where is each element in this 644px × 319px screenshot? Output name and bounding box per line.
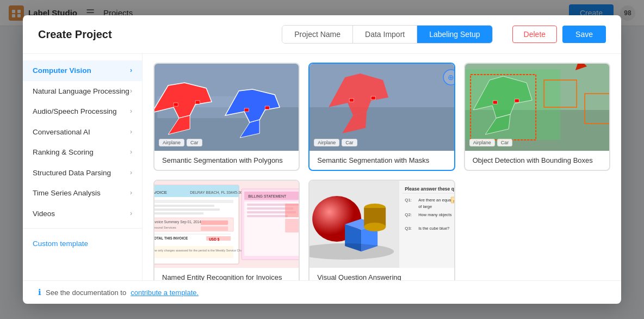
sidebar-label: Structured Data Parsing [33, 168, 111, 178]
template-card-image: INVOICE DELRAY BEACH, FL 33445-3657 Invo… [154, 181, 299, 268]
svg-text:How many objects: How many objects [418, 212, 452, 217]
sidebar-item-videos[interactable]: Videos › [23, 204, 142, 224]
svg-text:Please answer these questions:: Please answer these questions: [405, 186, 454, 192]
modal-header-actions: Delete Save [512, 26, 606, 43]
template-card-title: Semantic Segmentation with Polygons [154, 151, 299, 170]
tab-labeling-setup[interactable]: Labeling Setup [417, 26, 492, 43]
sidebar-item-audio[interactable]: Audio/Speech Processing › [23, 101, 142, 122]
svg-text:⊕: ⊕ [448, 73, 454, 82]
svg-rect-31 [515, 99, 519, 102]
label-tag-airplane: Airplane [469, 139, 495, 146]
svg-text:Q1:: Q1: [405, 198, 412, 203]
svg-rect-48 [201, 226, 228, 231]
template-card-title: Object Detection with Bounding Boxes [465, 151, 609, 170]
chevron-right-icon: › [130, 107, 132, 116]
label-tags: Airplane Car [314, 139, 357, 146]
qa-image: Please answer these questions: Q1: Are t… [309, 181, 454, 268]
label-tag-car: Car [342, 139, 357, 146]
label-tag-car: Car [187, 139, 202, 146]
svg-rect-63 [285, 204, 299, 217]
template-card-image: ⊕ Airplane Car [309, 64, 454, 151]
sidebar-divider [23, 228, 142, 229]
svg-text:TOTAL THIS INVOICE: TOTAL THIS INVOICE [154, 236, 188, 240]
svg-rect-41 [154, 205, 214, 207]
sidebar-item-structured[interactable]: Structured Data Parsing › [23, 163, 142, 183]
obj-detection-image [465, 64, 609, 151]
sidebar-item-nlp[interactable]: Natural Language Processing › [23, 81, 142, 102]
svg-text:BILLING STATEMENT: BILLING STATEMENT [248, 194, 287, 198]
create-project-modal: Create Project Project Name Data Import … [23, 15, 621, 304]
sidebar-label: Time Series Analysis [33, 188, 101, 198]
save-button[interactable]: Save [562, 26, 606, 43]
invoice-image: INVOICE DELRAY BEACH, FL 33445-3657 Invo… [154, 181, 299, 268]
sidebar-label: Computer Vision [33, 66, 91, 76]
svg-text:Is the cube blue?: Is the cube blue? [418, 226, 449, 231]
svg-rect-64 [285, 219, 299, 232]
svg-text:Q3:: Q3: [405, 226, 412, 231]
svg-text:of large: of large [418, 204, 432, 209]
sidebar-label: Audio/Speech Processing [33, 107, 117, 116]
template-card-title: Visual Question Answering [309, 268, 454, 280]
modal-overlay: Create Project Project Name Data Import … [0, 0, 644, 319]
svg-rect-22 [349, 99, 354, 102]
svg-text:USD $: USD $ [209, 237, 220, 242]
modal-header: Create Project Project Name Data Import … [23, 15, 621, 54]
svg-text:number: number [453, 199, 454, 203]
svg-rect-23 [371, 96, 375, 100]
label-tag-car: Car [497, 139, 513, 146]
svg-rect-47 [201, 220, 228, 225]
seg-polygons-image [154, 64, 299, 151]
chevron-right-icon: › [130, 66, 132, 75]
chevron-right-icon: › [130, 148, 132, 157]
sidebar-label: Ranking & Scoring [33, 148, 94, 157]
tab-project-name[interactable]: Project Name [282, 26, 353, 43]
chevron-right-icon: › [130, 87, 132, 96]
svg-rect-30 [493, 101, 497, 104]
template-card-seg-masks[interactable]: ⊕ Airplane Car Semantic Segmentation wit… [308, 63, 455, 171]
template-card-image: Airplane Car [154, 64, 299, 151]
label-tags: Airplane Car [469, 139, 513, 146]
svg-rect-14 [244, 108, 249, 112]
template-card-seg-polygons[interactable]: Airplane Car Semantic Segmentation with … [153, 63, 300, 171]
modal-tabs: Project Name Data Import Labeling Setup [282, 25, 492, 44]
label-tags: Airplane Car [159, 139, 202, 146]
template-card-title: Named Entity Recognition for Invoices [154, 268, 299, 280]
contribute-link[interactable]: contribute a template. [131, 289, 199, 297]
svg-rect-13 [195, 101, 200, 104]
chevron-right-icon: › [130, 189, 132, 198]
sidebar-item-computer-vision[interactable]: Computer Vision › [23, 60, 142, 81]
label-tag-airplane: Airplane [159, 139, 184, 146]
sidebar-label: Videos [33, 209, 55, 219]
sidebar-custom-template[interactable]: Custom template [23, 233, 142, 254]
template-card-invoice[interactable]: INVOICE DELRAY BEACH, FL 33445-3657 Invo… [153, 180, 300, 280]
svg-rect-15 [265, 106, 269, 109]
sidebar-item-conversational[interactable]: Conversational AI › [23, 122, 142, 143]
svg-rect-74 [399, 181, 454, 268]
svg-text:DELRAY BEACH, FL 33445-3657: DELRAY BEACH, FL 33445-3657 [190, 191, 247, 194]
svg-text:Invoice Summary Sep 01, 2014: Invoice Summary Sep 01, 2014 [154, 220, 201, 224]
sidebar-item-ranking[interactable]: Ranking & Scoring › [23, 142, 142, 163]
sidebar-label: Natural Language Processing [33, 87, 129, 96]
template-card-image: Airplane Car [465, 64, 609, 151]
template-card-obj-detection[interactable]: Airplane Car Object Detection with Bound… [464, 63, 610, 171]
svg-text:Ground Services: Ground Services [154, 226, 176, 229]
svg-rect-40 [154, 200, 233, 203]
modal-body: Computer Vision › Natural Language Proce… [23, 54, 621, 280]
svg-rect-42 [154, 208, 220, 211]
template-content: Airplane Car Semantic Segmentation with … [143, 54, 621, 280]
template-card-qa[interactable]: Please answer these questions: Q1: Are t… [308, 180, 455, 280]
svg-text:Are there an equal: Are there an equal [418, 198, 452, 203]
chevron-right-icon: › [130, 210, 132, 218]
svg-rect-62 [247, 215, 288, 217]
delete-button[interactable]: Delete [512, 26, 557, 43]
svg-text:INVOICE: INVOICE [154, 190, 167, 195]
tab-data-import[interactable]: Data Import [353, 26, 417, 43]
chevron-right-icon: › [130, 169, 132, 177]
sidebar-label: Conversational AI [33, 127, 90, 137]
modal-title: Create Project [38, 28, 112, 41]
template-card-title: Semantic Segmentation with Masks [309, 151, 454, 170]
svg-point-72 [364, 223, 386, 231]
svg-rect-43 [154, 212, 203, 214]
sidebar-item-timeseries[interactable]: Time Series Analysis › [23, 183, 142, 204]
sidebar: Computer Vision › Natural Language Proce… [23, 54, 143, 280]
